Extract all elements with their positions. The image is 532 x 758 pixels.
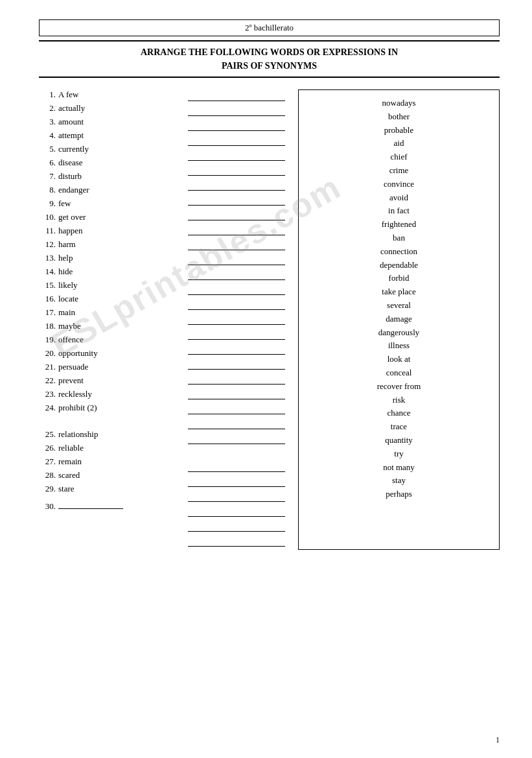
list-item: 19.offence (39, 335, 181, 345)
list-item: 25.relationship (39, 429, 181, 440)
word-label: main (58, 307, 75, 318)
word-number: 27. (39, 456, 56, 467)
list-item: 6.disease (39, 158, 181, 168)
word-label: A few (58, 89, 78, 100)
synonym-item: dangerously (377, 326, 421, 340)
list-item: 21.persuade (39, 362, 181, 372)
answer-line[interactable] (188, 283, 285, 295)
word-number: 16. (39, 294, 56, 304)
word-number: 10. (39, 212, 56, 222)
synonym-item: aid (377, 137, 421, 150)
answer-line[interactable] (188, 535, 285, 547)
answer-line[interactable] (188, 268, 285, 280)
word-number: 22. (39, 375, 56, 386)
list-item: 7.disturb (39, 171, 181, 182)
synonym-item: connection (377, 245, 421, 259)
word-label: endanger (58, 185, 89, 195)
list-item: 5.currently (39, 144, 181, 154)
answer-line[interactable] (188, 89, 285, 101)
synonym-item: avoid (377, 191, 421, 205)
word-number: 12. (39, 239, 56, 250)
synonym-item: nowadays (377, 97, 421, 110)
title-line1: ARRANGE THE FOLLOWING WORDS OR EXPRESSIO… (39, 45, 500, 59)
word-label: persuade (58, 362, 88, 372)
word-number: 6. (39, 158, 56, 168)
word-label: remain (58, 456, 82, 467)
answer-line[interactable] (188, 119, 285, 131)
synonym-item: chief (377, 150, 421, 164)
synonym-item: in fact (377, 204, 421, 218)
list-item: 22.prevent (39, 375, 181, 386)
answer-line[interactable] (188, 209, 285, 220)
answer-line[interactable] (188, 343, 285, 355)
word-label: scared (58, 470, 80, 480)
title-section: ARRANGE THE FOLLOWING WORDS OR EXPRESSIO… (39, 40, 500, 78)
word-label: currently (58, 144, 89, 154)
word-label: reliable (58, 443, 84, 453)
answer-line[interactable] (188, 164, 285, 176)
word-number: 18. (39, 321, 56, 331)
answer-line[interactable] (188, 104, 285, 116)
word-number: 14. (39, 266, 56, 277)
answer-line[interactable] (188, 460, 285, 472)
answer-line[interactable] (188, 194, 285, 206)
answer-line[interactable] (188, 505, 285, 517)
word-label: prohibit (2) (58, 403, 97, 413)
synonym-item: dependable (377, 259, 421, 272)
answer-line[interactable] (188, 149, 285, 161)
word-number: 17. (39, 307, 56, 318)
word-label: help (58, 253, 73, 263)
spacer (39, 416, 181, 429)
page-number: 1 (496, 735, 500, 745)
word-label: amount (58, 117, 84, 127)
answer-line[interactable] (188, 358, 285, 370)
list-item: 12.harm (39, 239, 181, 250)
list-item: 30. (39, 497, 181, 512)
answer-line[interactable] (188, 520, 285, 532)
answer-line[interactable] (188, 418, 285, 429)
answer-line[interactable] (188, 475, 285, 487)
title-line2: PAIRS OF SYNONYMS (39, 59, 500, 73)
list-item: 14.hide (39, 266, 181, 277)
answer-line[interactable] (188, 239, 285, 250)
answer-line[interactable] (188, 254, 285, 265)
answer-line[interactable] (188, 328, 285, 340)
list-item: 26.reliable (39, 443, 181, 453)
word-number: 15. (39, 280, 56, 290)
word-number: 20. (39, 348, 56, 359)
answer-line[interactable] (188, 313, 285, 325)
answer-line[interactable] (188, 432, 285, 444)
list-item: 17.main (39, 307, 181, 318)
synonym-item: illness (377, 339, 421, 353)
answer-line[interactable] (188, 388, 285, 399)
synonym-item: take place (377, 285, 421, 299)
word-number: 21. (39, 362, 56, 372)
word-number: 30. (39, 501, 56, 512)
synonym-item: not many (377, 461, 421, 475)
synonym-item: try (377, 447, 421, 461)
list-item: 16.locate (39, 294, 181, 304)
synonym-item: risk (377, 394, 421, 407)
word-number: 7. (39, 171, 56, 182)
list-item: 1.A few (39, 89, 181, 100)
answer-line[interactable] (188, 179, 285, 191)
synonym-item: crime (377, 164, 421, 178)
synonym-item: perhaps (377, 488, 421, 501)
answer-line[interactable] (188, 134, 285, 146)
answer-line[interactable] (188, 490, 285, 502)
answer-line[interactable] (188, 298, 285, 310)
word-list-secondary: 25.relationship26.reliable27.remain28.sc… (39, 429, 181, 512)
synonym-item: convince (377, 178, 421, 191)
header-box: 2º bachillerato (39, 19, 500, 36)
answer-line[interactable] (188, 403, 285, 414)
answer-line[interactable] (188, 224, 285, 235)
answer-line[interactable] (188, 373, 285, 385)
word-label: happen (58, 226, 83, 236)
word-label: few (58, 198, 71, 209)
word-label: opportunity (58, 348, 98, 359)
word-label: attempt (58, 130, 84, 141)
synonyms-box: nowadaysbotherprobableaidchiefcrimeconvi… (298, 89, 500, 550)
blank-fill-line[interactable] (58, 497, 123, 509)
word-number: 2. (39, 103, 56, 113)
synonym-item: bother (377, 110, 421, 124)
